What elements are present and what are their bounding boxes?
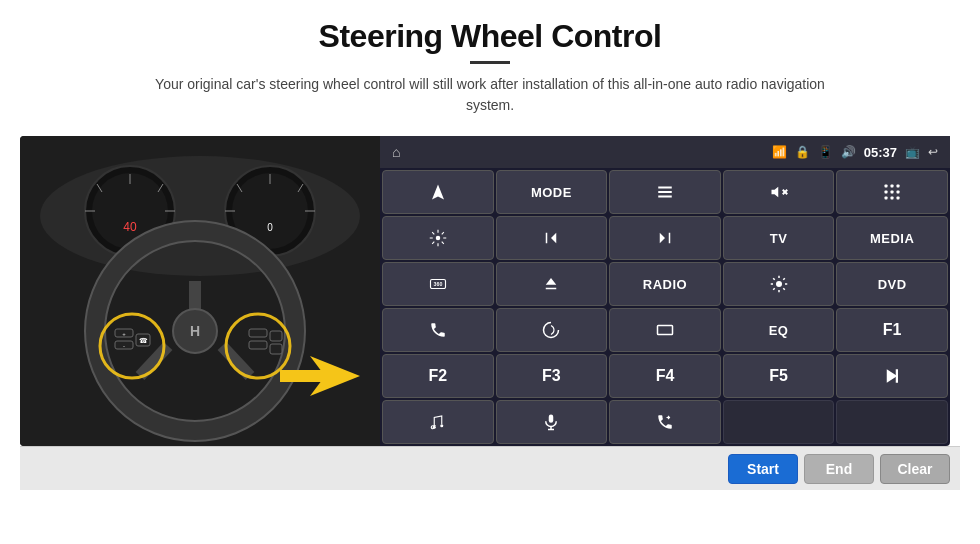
bottom-bar: Start End Clear [20,446,960,490]
radio-btn[interactable]: RADIO [609,262,721,306]
svg-text:H: H [190,323,200,339]
mic-btn[interactable] [496,400,608,444]
volume-mute-btn[interactable] [723,170,835,214]
svg-rect-36 [270,344,282,354]
phone-btn[interactable] [382,308,494,352]
f3-btn[interactable]: F3 [496,354,608,398]
home-icon: ⌂ [392,144,400,160]
f4-btn[interactable]: F4 [609,354,721,398]
media-btn[interactable]: MEDIA [836,216,948,260]
status-bar: ⌂ 📶 🔒 📱 🔊 05:37 📺 ↩ [380,136,950,168]
mode-btn[interactable]: MODE [496,170,608,214]
svg-rect-49 [897,197,900,200]
dvd-btn[interactable]: DVD [836,262,948,306]
clear-button[interactable]: Clear [880,454,950,484]
svg-rect-46 [897,191,900,194]
svg-rect-48 [891,197,894,200]
svg-text:+: + [122,331,126,337]
screen-btn[interactable] [609,308,721,352]
wifi-icon: 📶 [772,145,787,159]
status-right: 📶 🔒 📱 🔊 05:37 📺 ↩ [772,145,938,160]
lock-icon: 🔒 [795,145,810,159]
f5-btn[interactable]: F5 [723,354,835,398]
svg-rect-45 [891,191,894,194]
music-btn[interactable] [382,400,494,444]
page-container: Steering Wheel Control Your original car… [0,0,980,544]
page-subtitle: Your original car's steering wheel contr… [150,74,830,116]
svg-point-56 [433,426,436,429]
eject-btn[interactable] [496,262,608,306]
svg-rect-58 [549,415,554,423]
brightness-btn[interactable] [723,262,835,306]
bluetooth-icon: 🔊 [841,145,856,159]
f1-btn[interactable]: F1 [836,308,948,352]
svg-rect-42 [891,185,894,188]
svg-text:☎: ☎ [139,337,148,344]
svg-text:40: 40 [123,220,137,234]
status-left: ⌂ [392,144,400,160]
next-btn[interactable] [609,216,721,260]
page-title: Steering Wheel Control [150,18,830,55]
eq-btn[interactable]: EQ [723,308,835,352]
empty-btn-1 [723,400,835,444]
svg-point-57 [440,424,443,427]
360-btn[interactable]: 360 [382,262,494,306]
start-button[interactable]: Start [728,454,798,484]
control-panel: ⌂ 📶 🔒 📱 🔊 05:37 📺 ↩ MODE [380,136,950,446]
list-btn[interactable] [609,170,721,214]
svg-rect-38 [280,370,325,382]
title-divider [470,61,510,64]
back-icon: ↩ [928,145,938,159]
call-action-btn[interactable] [609,400,721,444]
sim-icon: 📱 [818,145,833,159]
svg-rect-47 [885,197,888,200]
prev-btn[interactable] [496,216,608,260]
end-button[interactable]: End [804,454,874,484]
svg-rect-43 [897,185,900,188]
title-section: Steering Wheel Control Your original car… [150,18,830,116]
swirl-btn[interactable] [496,308,608,352]
button-grid: MODE TV [380,168,950,446]
svg-text:0: 0 [267,222,273,233]
svg-point-50 [436,236,441,241]
empty-btn-2 [836,400,948,444]
cast-icon: 📺 [905,145,920,159]
svg-rect-41 [885,185,888,188]
svg-rect-54 [657,326,672,335]
settings-btn[interactable] [382,216,494,260]
svg-rect-33 [249,329,267,337]
play-pause-btn[interactable] [836,354,948,398]
svg-text:-: - [123,343,125,349]
steering-wheel-image: 40 0 [20,136,380,446]
apps-btn[interactable] [836,170,948,214]
time-display: 05:37 [864,145,897,160]
tv-btn[interactable]: TV [723,216,835,260]
svg-rect-55 [896,369,898,383]
content-area: 40 0 [20,136,960,446]
svg-point-53 [776,281,782,287]
svg-text:360: 360 [433,281,442,287]
svg-rect-44 [885,191,888,194]
f2-btn[interactable]: F2 [382,354,494,398]
navigate-btn[interactable] [382,170,494,214]
svg-rect-34 [249,341,267,349]
svg-rect-35 [270,331,282,341]
